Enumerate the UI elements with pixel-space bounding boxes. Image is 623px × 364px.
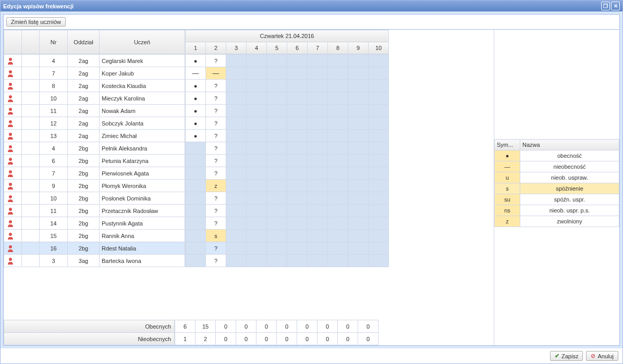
attendance-cell[interactable]: ● <box>186 130 206 142</box>
table-row[interactable]: 122agSobczyk Jolanta <box>4 117 185 130</box>
attendance-cell[interactable] <box>348 155 369 167</box>
attendance-cell[interactable] <box>226 67 247 80</box>
attendance-cell[interactable] <box>267 230 287 242</box>
attendance-cell[interactable] <box>287 205 308 217</box>
expand-cell[interactable] <box>22 167 40 180</box>
attendance-cell[interactable]: ? <box>206 255 226 267</box>
attendance-cell[interactable] <box>287 192 308 205</box>
table-row[interactable]: 162bgRdest Natalia <box>4 242 185 255</box>
attendance-cell[interactable] <box>348 242 369 255</box>
attendance-cell[interactable] <box>348 142 369 155</box>
attendance-cell[interactable] <box>308 117 328 130</box>
attendance-cell[interactable]: ● <box>186 80 206 92</box>
attendance-cell[interactable] <box>348 67 369 80</box>
attendance-cell[interactable] <box>369 192 389 205</box>
header-lesson-10[interactable]: 10 <box>369 42 389 54</box>
attendance-cell[interactable] <box>247 180 267 192</box>
expand-cell[interactable] <box>22 130 40 142</box>
attendance-cell[interactable] <box>267 180 287 192</box>
attendance-cell[interactable]: ? <box>206 130 226 142</box>
attendance-cell[interactable] <box>287 130 308 142</box>
attendance-cell[interactable]: ● <box>186 55 206 67</box>
attendance-cell[interactable] <box>328 155 348 167</box>
attendance-cell[interactable] <box>328 180 348 192</box>
attendance-cell[interactable] <box>328 55 348 67</box>
attendance-cell[interactable] <box>308 255 328 267</box>
attendance-cell[interactable] <box>369 255 389 267</box>
header-student[interactable]: Uczeń <box>100 30 185 54</box>
save-button[interactable]: ✔ Zapisz <box>550 351 583 361</box>
attendance-cell[interactable] <box>226 217 247 230</box>
attendance-cell[interactable] <box>287 142 308 155</box>
legend-header-sym[interactable]: Sym... <box>495 140 520 150</box>
attendance-cell[interactable] <box>328 80 348 92</box>
table-row[interactable]: 82agKostecka Klaudia <box>4 80 185 92</box>
attendance-cell[interactable] <box>247 117 267 130</box>
expand-cell[interactable] <box>22 255 40 267</box>
attendance-cell[interactable]: z <box>206 180 226 192</box>
attendance-cell[interactable] <box>308 180 328 192</box>
legend-row[interactable]: ●obecność <box>495 150 619 161</box>
attendance-cell[interactable] <box>369 242 389 255</box>
attendance-cell[interactable]: ? <box>206 142 226 155</box>
attendance-cell[interactable] <box>328 142 348 155</box>
attendance-cell[interactable] <box>308 205 328 217</box>
header-lesson-2[interactable]: 2 <box>206 42 226 54</box>
attendance-cell[interactable] <box>328 242 348 255</box>
expand-cell[interactable] <box>22 155 40 167</box>
attendance-cell[interactable] <box>287 217 308 230</box>
attendance-cell[interactable] <box>247 55 267 67</box>
attendance-cell[interactable]: ? <box>206 55 226 67</box>
attendance-cell[interactable] <box>267 142 287 155</box>
legend-row[interactable]: zzwolniony <box>495 216 619 227</box>
attendance-cell[interactable] <box>308 130 328 142</box>
attendance-cell[interactable] <box>348 167 369 180</box>
attendance-cell[interactable] <box>287 92 308 105</box>
table-row[interactable]: 33agBartecka Iwona <box>4 255 185 267</box>
attendance-cell[interactable] <box>247 80 267 92</box>
attendance-cell[interactable] <box>247 255 267 267</box>
attendance-cell[interactable] <box>287 80 308 92</box>
expand-cell[interactable] <box>22 55 40 67</box>
attendance-cell[interactable] <box>348 255 369 267</box>
attendance-cell[interactable]: ● <box>186 92 206 105</box>
attendance-cell[interactable] <box>308 242 328 255</box>
attendance-cell[interactable] <box>348 192 369 205</box>
expand-cell[interactable] <box>22 192 40 205</box>
table-row[interactable]: 152bgRannik Anna <box>4 230 185 242</box>
attendance-cell[interactable] <box>247 167 267 180</box>
attendance-cell[interactable]: ● <box>186 117 206 130</box>
table-row[interactable]: 142bgPustynnik Agata <box>4 217 185 230</box>
header-class[interactable]: Oddział <box>68 30 100 54</box>
attendance-cell[interactable] <box>287 230 308 242</box>
attendance-cell[interactable] <box>308 155 328 167</box>
attendance-cell[interactable] <box>226 180 247 192</box>
attendance-cell[interactable] <box>369 117 389 130</box>
expand-cell[interactable] <box>22 92 40 105</box>
table-row[interactable]: 92bgPłomyk Weronika <box>4 180 185 192</box>
table-body-scroll[interactable]: 42agCeglarski Marek72agKoper Jakub82agKo… <box>4 54 494 320</box>
attendance-cell[interactable] <box>308 67 328 80</box>
expand-cell[interactable] <box>22 230 40 242</box>
attendance-cell[interactable] <box>287 167 308 180</box>
attendance-cell[interactable] <box>267 155 287 167</box>
attendance-cell[interactable] <box>267 255 287 267</box>
attendance-cell[interactable] <box>369 67 389 80</box>
attendance-cell[interactable] <box>186 155 206 167</box>
legend-row[interactable]: unieob. usprаw. <box>495 172 619 183</box>
attendance-cell[interactable] <box>267 217 287 230</box>
legend-row[interactable]: nsnieob. uspr. p.s. <box>495 205 619 216</box>
header-lesson-1[interactable]: 1 <box>186 42 206 54</box>
attendance-cell[interactable] <box>369 92 389 105</box>
legend-row[interactable]: —nieobecność <box>495 161 619 172</box>
attendance-cell[interactable] <box>369 155 389 167</box>
attendance-cell[interactable] <box>226 117 247 130</box>
attendance-cell[interactable] <box>348 55 369 67</box>
attendance-cell[interactable] <box>287 255 308 267</box>
expand-cell[interactable] <box>22 217 40 230</box>
attendance-cell[interactable] <box>247 192 267 205</box>
attendance-cell[interactable]: ● <box>186 105 206 117</box>
table-row[interactable]: 112bgPrzetacznik Radosław <box>4 205 185 217</box>
attendance-cell[interactable] <box>308 80 328 92</box>
attendance-cell[interactable] <box>287 242 308 255</box>
